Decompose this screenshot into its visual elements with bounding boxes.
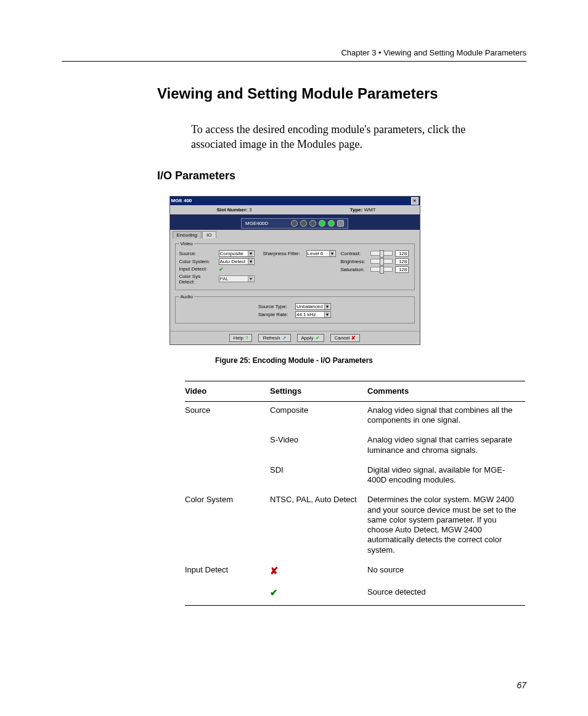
audio-group-legend: Audio: [179, 294, 194, 299]
refresh-button[interactable]: Refresh➚: [258, 334, 290, 342]
intro-paragraph: To access the desired encoding module's …: [191, 122, 505, 152]
apply-button[interactable]: Apply✔: [297, 334, 324, 342]
help-button[interactable]: Help?: [229, 334, 253, 342]
contrast-slider[interactable]: [370, 251, 393, 256]
close-icon[interactable]: ×: [411, 197, 419, 205]
port-icon: [291, 220, 298, 227]
figure-caption: Figure 25: Encoding Module - I/O Paramet…: [62, 356, 526, 365]
sample-rate-select[interactable]: 44.1 kHz▾: [295, 311, 331, 318]
help-icon: ?: [245, 335, 248, 341]
table-cell: Analog video signal that combines all th…: [367, 401, 525, 431]
table-cell: Analog video signal that carries separat…: [367, 431, 525, 462]
chevron-down-icon: ▾: [248, 251, 253, 256]
port-icon: [328, 220, 335, 227]
color-sys-detect-label: Color Sys Detect:: [179, 274, 216, 285]
figure-screenshot: MGE 400 × Slot Number: 3 Type: WMT MGE40…: [169, 196, 419, 345]
table-cell: Digital video signal, available for MGE-…: [367, 462, 525, 492]
port-icon: [337, 220, 344, 227]
saturation-value[interactable]: 128: [395, 266, 409, 273]
chevron-down-icon: ▾: [324, 304, 330, 309]
brightness-slider[interactable]: [370, 259, 393, 264]
table-cell: SDI: [270, 462, 367, 492]
color-sys-detect-value: PAL: [220, 276, 229, 282]
type-label: Type:: [350, 207, 363, 213]
cancel-button[interactable]: Cancel✘: [330, 334, 361, 342]
sample-rate-label: Sample Rate:: [258, 312, 293, 317]
type-value: WMT: [364, 207, 376, 213]
port-icon: [309, 220, 316, 227]
color-sys-detect-select[interactable]: PAL▾: [219, 275, 255, 282]
source-type-label: Source Type:: [258, 304, 293, 309]
color-system-value: Auto Detect: [220, 259, 246, 264]
table-cell: No source: [367, 561, 525, 584]
x-icon: ✘: [351, 335, 356, 341]
chevron-down-icon: ▾: [324, 312, 330, 317]
port-icon: [300, 220, 307, 227]
col-header-video: Video: [185, 381, 270, 401]
video-settings-table: Video Settings Comments SourceCompositeA…: [185, 381, 525, 606]
table-cell: S-Video: [270, 431, 367, 462]
col-header-comments: Comments: [367, 381, 525, 401]
video-group-legend: Video: [179, 241, 194, 246]
section-heading-io: I/O Parameters: [157, 169, 526, 182]
tab-encoding[interactable]: Encoding: [173, 231, 202, 238]
sharpness-value: Level 6: [308, 251, 324, 256]
input-detect-label: Input Detect:: [179, 266, 216, 272]
source-type-select[interactable]: Unbalanced▾: [295, 303, 331, 310]
table-cell: Source: [185, 401, 270, 431]
running-header: Chapter 3 • Viewing and Setting Module P…: [62, 48, 526, 57]
table-cell: [185, 431, 270, 462]
sample-rate-value: 44.1 kHz: [296, 312, 316, 317]
table-cell: [185, 462, 270, 492]
brightness-value[interactable]: 128: [395, 258, 409, 265]
chevron-down-icon: ▾: [248, 259, 253, 264]
window-title: MGE 400: [171, 198, 192, 203]
source-select[interactable]: Composite▾: [219, 250, 255, 257]
port-icon: [319, 220, 325, 227]
slot-number-label: Slot Number:: [217, 207, 248, 213]
check-icon: ✔: [219, 266, 224, 272]
page-number: 67: [517, 680, 526, 690]
saturation-label: Saturation:: [341, 267, 368, 272]
source-label: Source:: [179, 251, 216, 256]
sharpness-select[interactable]: Level 6▾: [306, 250, 336, 257]
chevron-down-icon: ▾: [329, 251, 335, 256]
check-icon: ✔: [270, 587, 278, 598]
contrast-label: Contrast:: [341, 251, 368, 256]
color-system-label: Color System:: [179, 259, 216, 264]
table-cell: [185, 584, 270, 605]
source-type-value: Unbalanced: [296, 304, 323, 309]
header-rule: [62, 61, 526, 62]
slot-number-value: 3: [249, 207, 251, 213]
table-cell: Source detected: [367, 584, 525, 605]
chevron-down-icon: ▾: [248, 276, 253, 282]
check-icon: ✔: [316, 335, 320, 341]
device-image: MGE400D: [241, 218, 348, 229]
table-cell: Determines the color system. MGW 2400 an…: [367, 491, 525, 561]
refresh-icon: ➚: [282, 335, 287, 341]
x-icon: ✘: [270, 566, 278, 576]
page-title: Viewing and Setting Module Parameters: [157, 85, 526, 102]
table-cell: Input Detect: [185, 561, 270, 584]
contrast-value[interactable]: 128: [395, 250, 409, 257]
table-cell: ✘: [270, 561, 367, 584]
table-cell: Color System: [185, 491, 270, 561]
tab-io[interactable]: IO: [202, 231, 216, 238]
saturation-slider[interactable]: [370, 267, 393, 272]
table-cell: Composite: [270, 401, 367, 431]
col-header-settings: Settings: [270, 381, 367, 401]
brightness-label: Brightness:: [341, 259, 368, 264]
sharpness-label: Sharpness Filter:: [263, 251, 304, 256]
dialog-window: MGE 400 × Slot Number: 3 Type: WMT MGE40…: [169, 196, 420, 345]
color-system-select[interactable]: Auto Detect▾: [219, 258, 255, 265]
table-cell: ✔: [270, 584, 367, 605]
device-name: MGE400D: [245, 221, 268, 226]
table-cell: NTSC, PAL, Auto Detect: [270, 491, 367, 561]
source-select-value: Composite: [220, 251, 243, 256]
